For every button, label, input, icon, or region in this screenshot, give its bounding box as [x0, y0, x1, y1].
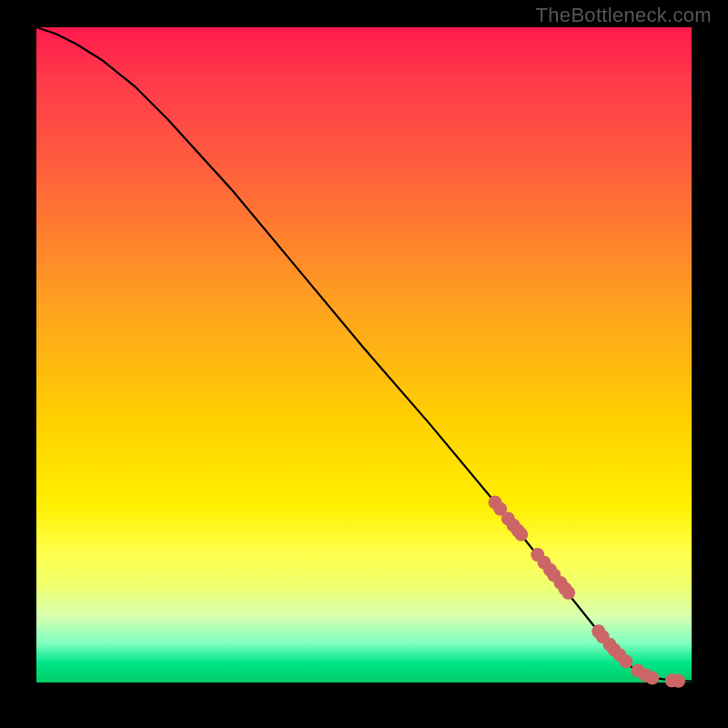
watermark-text: TheBottleneck.com — [536, 4, 712, 27]
plot-area — [36, 27, 692, 682]
highlight-dot — [514, 528, 528, 541]
chart-container: TheBottleneck.com — [0, 0, 728, 728]
chart-svg — [36, 27, 692, 682]
highlight-dot — [645, 671, 659, 684]
highlight-dots — [489, 496, 686, 688]
highlight-dot — [672, 674, 685, 688]
highlight-dot — [561, 586, 575, 600]
curve-line — [36, 27, 692, 682]
highlight-dot — [620, 654, 633, 668]
